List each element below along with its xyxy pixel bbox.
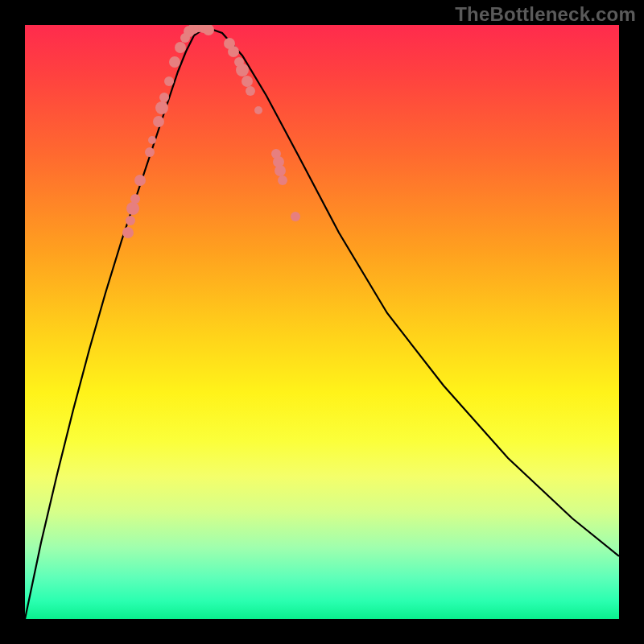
- chart-svg: [25, 25, 619, 619]
- data-point: [175, 42, 186, 53]
- data-point: [254, 106, 262, 114]
- data-point: [164, 76, 174, 86]
- data-point: [242, 76, 253, 87]
- data-point: [126, 202, 139, 215]
- watermark-text: TheBottleneck.com: [455, 3, 636, 26]
- data-point: [278, 175, 287, 185]
- data-point: [153, 116, 164, 127]
- data-point: [130, 194, 140, 204]
- data-point: [134, 175, 146, 186]
- data-point: [126, 216, 135, 225]
- chart-frame: TheBottleneck.com: [0, 0, 644, 644]
- data-point: [169, 56, 180, 68]
- data-point: [159, 93, 169, 102]
- plot-area: [25, 25, 619, 619]
- chart-markers: [122, 25, 300, 238]
- data-point: [236, 64, 249, 76]
- data-point: [275, 165, 286, 176]
- data-point: [148, 136, 156, 144]
- data-point: [155, 101, 168, 114]
- data-point: [246, 86, 255, 96]
- data-point: [203, 25, 214, 35]
- chart-curve: [25, 27, 619, 619]
- data-point: [122, 227, 134, 238]
- data-point: [145, 147, 155, 157]
- data-point: [228, 46, 239, 57]
- data-point: [291, 212, 300, 221]
